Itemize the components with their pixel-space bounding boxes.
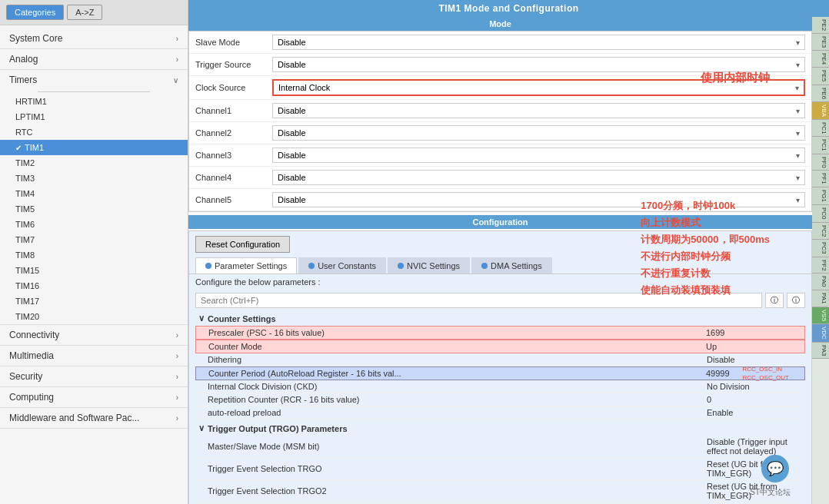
system-core-header[interactable]: System Core ›	[0, 28, 188, 48]
tim17-label: TIM17	[15, 297, 39, 306]
tree-item-tim4[interactable]: TIM4	[0, 186, 188, 201]
connectivity-chevron: ›	[176, 331, 178, 340]
autoreload-label: auto-reload preload	[208, 408, 707, 417]
prescaler-value[interactable]: 1699	[706, 328, 798, 337]
categories-tab[interactable]: Categories	[6, 5, 64, 20]
system-core-label: System Core	[9, 33, 62, 44]
edge-pa3: PA3	[812, 343, 829, 360]
edge-pe3: PE3	[812, 34, 829, 51]
tim8-label: TIM8	[15, 250, 35, 260]
channel4-row: Channel4 Disable ▾	[189, 167, 811, 189]
tim5-label: TIM5	[15, 204, 35, 214]
multimedia-label: Multimedia	[9, 350, 54, 361]
master-slave-value[interactable]: Disable (Trigger input effect not delaye…	[707, 437, 799, 456]
counter-period-value[interactable]: 49999	[706, 369, 798, 378]
search-info-btn1[interactable]: ⓘ	[765, 293, 784, 308]
ckd-value[interactable]: No Division	[707, 382, 799, 391]
chat-button[interactable]: 💬	[761, 455, 789, 482]
section-security: Security ›	[0, 366, 188, 387]
tree-item-tim6[interactable]: TIM6	[0, 217, 188, 232]
tab-nvic-settings[interactable]: NVIC Settings	[388, 257, 470, 274]
az-tab[interactable]: A->Z	[67, 5, 102, 20]
configure-label: Configure the below parameters :	[189, 274, 811, 290]
clock-source-select[interactable]: Internal Clock ▾	[272, 79, 805, 96]
sidebar-header: Categories A->Z	[0, 0, 188, 25]
trgo-row: Trigger Event Selection TRGO Reset (UG b…	[195, 458, 805, 480]
right-edge-panel: PE2 PE3 PE4 PE5 PE6 VBA PC1 PC1 PF0 PF1 …	[812, 17, 829, 504]
tree-item-tim3[interactable]: TIM3	[0, 171, 188, 186]
middleware-header[interactable]: Middleware and Software Pac... ›	[0, 408, 188, 428]
nvic-tab-dot	[398, 263, 404, 269]
counter-mode-value[interactable]: Up	[706, 342, 798, 351]
content-area: Mode Slave Mode Disable ▾ Trigger Source	[188, 17, 829, 504]
channel2-row: Channel2 Disable ▾	[189, 122, 811, 144]
repetition-value[interactable]: 0	[707, 395, 799, 404]
channel5-value: Disable	[278, 195, 306, 204]
counter-period-label: Counter Period (AutoReload Register - 16…	[208, 369, 706, 378]
search-row: ⓘ ⓘ	[189, 290, 811, 311]
computing-label: Computing	[9, 392, 54, 403]
dithering-value[interactable]: Disable	[707, 355, 799, 364]
edge-pg1: PG1	[812, 187, 829, 205]
search-input[interactable]	[195, 293, 762, 308]
tree-item-tim1[interactable]: ✔ TIM1	[0, 140, 188, 155]
tab-user-constants[interactable]: User Constants	[298, 257, 386, 274]
slave-mode-select[interactable]: Disable ▾	[272, 35, 805, 50]
computing-header[interactable]: Computing ›	[0, 387, 188, 407]
channel5-select[interactable]: Disable ▾	[272, 192, 805, 207]
connectivity-header[interactable]: Connectivity ›	[0, 325, 188, 345]
tim1-check-icon: ✔	[15, 144, 22, 152]
tree-item-tim7[interactable]: TIM7	[0, 232, 188, 247]
timers-items: HRTIM1 LPTIM1 RTC ✔ TIM1 TIM2 TIM3 TIM4 …	[0, 91, 188, 324]
trigger-source-select[interactable]: Disable ▾	[272, 57, 805, 72]
tree-item-tim5[interactable]: TIM5	[0, 201, 188, 217]
edge-pf2: PF2	[812, 257, 829, 274]
tree-item-rtc[interactable]: RTC	[0, 124, 188, 140]
tree-item-hrtim1[interactable]: HRTIM1	[0, 94, 188, 109]
autoreload-value[interactable]: Enable	[707, 408, 799, 417]
trigger-output-header[interactable]: ∨ Trigger Output (TRGO) Parameters	[195, 421, 805, 436]
counter-settings-group: ∨ Counter Settings Prescaler (PSC - 16 b…	[195, 311, 805, 419]
tree-item-tim2[interactable]: TIM2	[0, 155, 188, 171]
edge-pf0: PF0	[812, 154, 829, 171]
multimedia-header[interactable]: Multimedia ›	[0, 346, 188, 366]
clock-source-value: Internal Clock	[278, 83, 330, 92]
edge-pc3: PC3	[812, 240, 829, 257]
section-timers: Timers ∨ HRTIM1 LPTIM1 RTC ✔ TIM1 TIM2 T…	[0, 70, 188, 325]
master-slave-row: Master/Slave Mode (MSM bit) Disable (Tri…	[195, 436, 805, 458]
tree-item-tim8[interactable]: TIM8	[0, 247, 188, 263]
st-forum-label: ST中文论坛	[750, 487, 791, 498]
repetition-label: Repetition Counter (RCR - 16 bits value)	[208, 395, 707, 404]
channel1-select[interactable]: Disable ▾	[272, 103, 805, 118]
security-header[interactable]: Security ›	[0, 366, 188, 386]
tab-dma-settings[interactable]: DMA Settings	[471, 257, 552, 274]
channel3-select[interactable]: Disable ▾	[272, 148, 805, 163]
trigger-output-label: Trigger Output (TRGO) Parameters	[208, 424, 348, 433]
counter-settings-header[interactable]: ∨ Counter Settings	[195, 311, 805, 326]
tim15-label: TIM15	[15, 266, 39, 275]
channel3-label: Channel3	[195, 151, 272, 160]
edge-pc2: PC2	[812, 223, 829, 240]
clock-source-label: Clock Source	[195, 83, 272, 92]
search-info-btn2[interactable]: ⓘ	[787, 293, 805, 308]
tree-item-lptim1[interactable]: LPTIM1	[0, 109, 188, 124]
timers-header[interactable]: Timers ∨	[0, 70, 188, 90]
tree-item-tim15[interactable]: TIM15	[0, 263, 188, 278]
tree-item-tim17[interactable]: TIM17	[0, 293, 188, 309]
system-core-chevron: ›	[176, 35, 178, 43]
channel2-select[interactable]: Disable ▾	[272, 125, 805, 141]
nvic-tab-label: NVIC Settings	[407, 261, 460, 270]
channel2-label: Channel2	[195, 128, 272, 138]
analog-header[interactable]: Analog ›	[0, 49, 188, 69]
tree-item-tim20[interactable]: TIM20	[0, 309, 188, 324]
user-constants-tab-label: User Constants	[318, 261, 376, 270]
trgo2-row: Trigger Event Selection TRGO2 Reset (UG …	[195, 480, 805, 502]
reset-config-button[interactable]: Reset Configuration	[195, 236, 290, 253]
main-title: TIM1 Mode and Configuration	[188, 0, 829, 17]
trigger-output-group: ∨ Trigger Output (TRGO) Parameters Maste…	[195, 421, 805, 502]
dithering-row: Dithering Disable	[195, 353, 805, 366]
tab-parameter-settings[interactable]: Parameter Settings	[195, 257, 297, 274]
channel4-select[interactable]: Disable ▾	[272, 170, 805, 185]
tree-item-tim16[interactable]: TIM16	[0, 278, 188, 293]
prescaler-label: Prescaler (PSC - 16 bits value)	[208, 328, 706, 337]
